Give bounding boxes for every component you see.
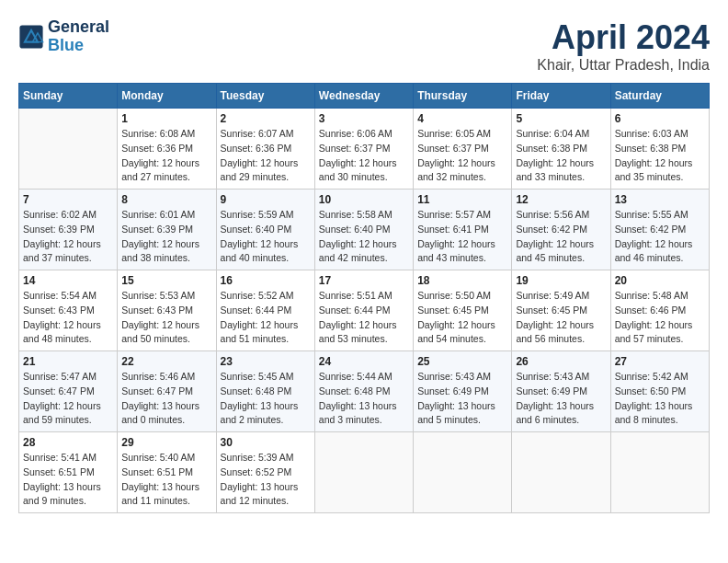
day-cell: 9Sunrise: 5:59 AM Sunset: 6:40 PM Daylig…: [216, 190, 314, 270]
day-cell: 13Sunrise: 5:55 AM Sunset: 6:42 PM Dayli…: [610, 190, 709, 270]
day-number: 3: [319, 112, 409, 125]
day-number: 20: [615, 274, 705, 287]
day-info: Sunrise: 5:58 AM Sunset: 6:40 PM Dayligh…: [319, 208, 409, 266]
day-cell: 19Sunrise: 5:49 AM Sunset: 6:45 PM Dayli…: [512, 270, 610, 351]
day-number: 17: [319, 274, 409, 287]
day-cell: [19, 109, 118, 190]
day-number: 30: [221, 436, 311, 449]
header-cell-saturday: Saturday: [610, 84, 709, 109]
day-cell: 2Sunrise: 6:07 AM Sunset: 6:36 PM Daylig…: [216, 109, 314, 190]
header: General Blue April 2024 Khair, Uttar Pra…: [18, 18, 710, 74]
day-number: 9: [221, 193, 311, 206]
day-cell: 16Sunrise: 5:52 AM Sunset: 6:44 PM Dayli…: [216, 270, 314, 351]
day-number: 4: [417, 112, 507, 125]
calendar-table: SundayMondayTuesdayWednesdayThursdayFrid…: [18, 83, 710, 513]
logo-text-line2: Blue: [48, 37, 109, 55]
day-cell: 10Sunrise: 5:58 AM Sunset: 6:40 PM Dayli…: [314, 190, 413, 270]
day-number: 5: [516, 112, 606, 125]
day-number: 6: [615, 112, 705, 125]
day-number: 29: [121, 436, 211, 449]
week-row-5: 28Sunrise: 5:41 AM Sunset: 6:51 PM Dayli…: [19, 432, 710, 513]
header-cell-thursday: Thursday: [414, 84, 512, 109]
day-cell: 28Sunrise: 5:41 AM Sunset: 6:51 PM Dayli…: [19, 432, 118, 513]
day-info: Sunrise: 5:54 AM Sunset: 6:43 PM Dayligh…: [23, 289, 113, 347]
day-info: Sunrise: 5:59 AM Sunset: 6:40 PM Dayligh…: [221, 208, 311, 266]
day-number: 7: [23, 193, 113, 206]
day-info: Sunrise: 5:40 AM Sunset: 6:51 PM Dayligh…: [121, 451, 211, 509]
day-info: Sunrise: 5:49 AM Sunset: 6:45 PM Dayligh…: [516, 289, 606, 347]
day-number: 22: [121, 355, 211, 368]
day-number: 1: [121, 112, 211, 125]
day-info: Sunrise: 5:47 AM Sunset: 6:47 PM Dayligh…: [23, 370, 113, 428]
day-info: Sunrise: 6:02 AM Sunset: 6:39 PM Dayligh…: [23, 208, 113, 266]
day-number: 8: [121, 193, 211, 206]
day-info: Sunrise: 6:07 AM Sunset: 6:36 PM Dayligh…: [221, 127, 311, 185]
day-cell: 8Sunrise: 6:01 AM Sunset: 6:39 PM Daylig…: [118, 190, 216, 270]
title-area: April 2024 Khair, Uttar Pradesh, India: [537, 18, 710, 74]
day-cell: 21Sunrise: 5:47 AM Sunset: 6:47 PM Dayli…: [19, 351, 118, 432]
day-cell: 29Sunrise: 5:40 AM Sunset: 6:51 PM Dayli…: [118, 432, 216, 513]
day-info: Sunrise: 6:06 AM Sunset: 6:37 PM Dayligh…: [319, 127, 409, 185]
day-info: Sunrise: 5:48 AM Sunset: 6:46 PM Dayligh…: [615, 289, 705, 347]
day-cell: [314, 432, 413, 513]
day-cell: 1Sunrise: 6:08 AM Sunset: 6:36 PM Daylig…: [118, 109, 216, 190]
day-cell: 17Sunrise: 5:51 AM Sunset: 6:44 PM Dayli…: [314, 270, 413, 351]
day-number: 11: [417, 193, 507, 206]
day-cell: 27Sunrise: 5:42 AM Sunset: 6:50 PM Dayli…: [610, 351, 709, 432]
day-info: Sunrise: 5:53 AM Sunset: 6:43 PM Dayligh…: [121, 289, 211, 347]
week-row-4: 21Sunrise: 5:47 AM Sunset: 6:47 PM Dayli…: [19, 351, 710, 432]
day-cell: 15Sunrise: 5:53 AM Sunset: 6:43 PM Dayli…: [118, 270, 216, 351]
day-number: 13: [615, 193, 705, 206]
day-info: Sunrise: 5:51 AM Sunset: 6:44 PM Dayligh…: [319, 289, 409, 347]
day-number: 19: [516, 274, 606, 287]
logo: General Blue: [18, 18, 109, 55]
day-cell: 20Sunrise: 5:48 AM Sunset: 6:46 PM Dayli…: [610, 270, 709, 351]
day-info: Sunrise: 5:44 AM Sunset: 6:48 PM Dayligh…: [319, 370, 409, 428]
day-cell: 23Sunrise: 5:45 AM Sunset: 6:48 PM Dayli…: [216, 351, 314, 432]
day-cell: 12Sunrise: 5:56 AM Sunset: 6:42 PM Dayli…: [512, 190, 610, 270]
week-row-1: 1Sunrise: 6:08 AM Sunset: 6:36 PM Daylig…: [19, 109, 710, 190]
day-number: 28: [23, 436, 113, 449]
day-cell: 11Sunrise: 5:57 AM Sunset: 6:41 PM Dayli…: [414, 190, 512, 270]
day-info: Sunrise: 5:45 AM Sunset: 6:48 PM Dayligh…: [221, 370, 311, 428]
day-cell: 22Sunrise: 5:46 AM Sunset: 6:47 PM Dayli…: [118, 351, 216, 432]
day-cell: 25Sunrise: 5:43 AM Sunset: 6:49 PM Dayli…: [414, 351, 512, 432]
day-info: Sunrise: 5:50 AM Sunset: 6:45 PM Dayligh…: [417, 289, 507, 347]
day-info: Sunrise: 5:52 AM Sunset: 6:44 PM Dayligh…: [221, 289, 311, 347]
day-number: 12: [516, 193, 606, 206]
day-number: 15: [121, 274, 211, 287]
day-cell: 7Sunrise: 6:02 AM Sunset: 6:39 PM Daylig…: [19, 190, 118, 270]
day-info: Sunrise: 5:42 AM Sunset: 6:50 PM Dayligh…: [615, 370, 705, 428]
day-cell: [414, 432, 512, 513]
day-number: 21: [23, 355, 113, 368]
day-info: Sunrise: 5:43 AM Sunset: 6:49 PM Dayligh…: [516, 370, 606, 428]
day-number: 26: [516, 355, 606, 368]
day-number: 18: [417, 274, 507, 287]
week-row-3: 14Sunrise: 5:54 AM Sunset: 6:43 PM Dayli…: [19, 270, 710, 351]
day-number: 27: [615, 355, 705, 368]
day-number: 25: [417, 355, 507, 368]
day-cell: 24Sunrise: 5:44 AM Sunset: 6:48 PM Dayli…: [314, 351, 413, 432]
day-info: Sunrise: 6:04 AM Sunset: 6:38 PM Dayligh…: [516, 127, 606, 185]
day-info: Sunrise: 5:46 AM Sunset: 6:47 PM Dayligh…: [121, 370, 211, 428]
day-info: Sunrise: 6:03 AM Sunset: 6:38 PM Dayligh…: [615, 127, 705, 185]
day-info: Sunrise: 6:08 AM Sunset: 6:36 PM Dayligh…: [121, 127, 211, 185]
day-info: Sunrise: 5:43 AM Sunset: 6:49 PM Dayligh…: [417, 370, 507, 428]
day-cell: 26Sunrise: 5:43 AM Sunset: 6:49 PM Dayli…: [512, 351, 610, 432]
day-cell: 5Sunrise: 6:04 AM Sunset: 6:38 PM Daylig…: [512, 109, 610, 190]
main-title: April 2024: [537, 18, 710, 57]
day-info: Sunrise: 6:05 AM Sunset: 6:37 PM Dayligh…: [417, 127, 507, 185]
logo-text-line1: General: [48, 18, 109, 37]
header-cell-wednesday: Wednesday: [314, 84, 413, 109]
day-info: Sunrise: 5:41 AM Sunset: 6:51 PM Dayligh…: [23, 451, 113, 509]
week-row-2: 7Sunrise: 6:02 AM Sunset: 6:39 PM Daylig…: [19, 190, 710, 270]
day-cell: 18Sunrise: 5:50 AM Sunset: 6:45 PM Dayli…: [414, 270, 512, 351]
header-cell-friday: Friday: [512, 84, 610, 109]
day-number: 16: [221, 274, 311, 287]
day-number: 10: [319, 193, 409, 206]
day-cell: [512, 432, 610, 513]
day-cell: [610, 432, 709, 513]
header-cell-monday: Monday: [118, 84, 216, 109]
logo-icon: [18, 24, 44, 50]
day-cell: 14Sunrise: 5:54 AM Sunset: 6:43 PM Dayli…: [19, 270, 118, 351]
